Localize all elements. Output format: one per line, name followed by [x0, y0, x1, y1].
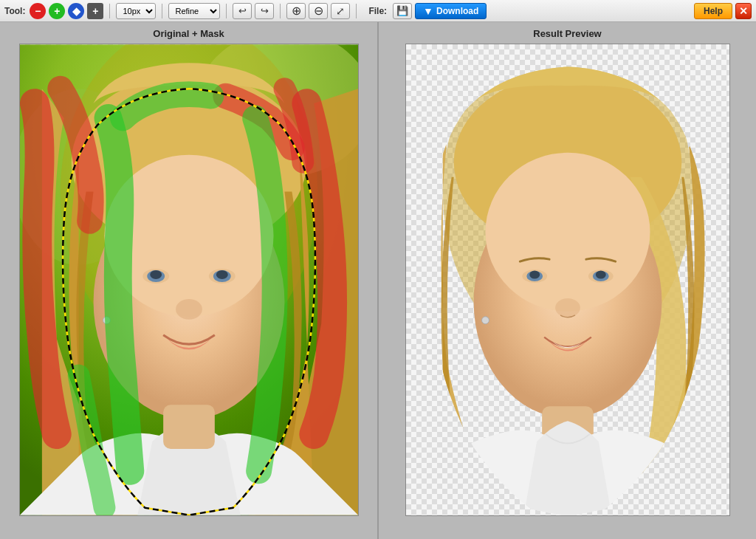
svg-point-28	[481, 317, 489, 324]
svg-rect-14	[163, 405, 215, 449]
left-panel: Original + Mask	[0, 22, 377, 539]
zoom-in-button[interactable]: ⊕	[286, 3, 306, 19]
separator-1	[109, 4, 110, 18]
svg-point-13	[176, 299, 202, 320]
download-button[interactable]: ▼ Download	[415, 3, 487, 19]
svg-point-24	[529, 271, 540, 279]
svg-point-19	[485, 153, 650, 312]
download-arrow-icon: ▼	[423, 5, 433, 17]
plus-icon: +	[54, 5, 60, 17]
download-label: Download	[436, 6, 478, 16]
zoom-in-icon: ⊕	[292, 4, 301, 18]
minus-icon: −	[35, 5, 41, 17]
separator-3	[226, 4, 227, 18]
result-preview-canvas[interactable]	[405, 44, 730, 516]
svg-point-12	[216, 270, 227, 279]
original-mask-canvas[interactable]	[19, 44, 359, 516]
brush-size-select[interactable]: 2px4px6px8px 10px14px20px30px	[116, 3, 156, 19]
right-panel: Result Preview	[379, 22, 756, 539]
fit-icon: ⤢	[336, 5, 345, 17]
diamond-icon: ◆	[72, 5, 80, 17]
right-panel-title: Result Preview	[533, 28, 602, 39]
left-panel-title: Original + Mask	[153, 28, 224, 39]
toolbar: Tool: − + ◆ + 2px4px6px8px 10px14px20px3…	[0, 0, 756, 22]
save-button[interactable]: 💾	[393, 3, 412, 19]
undo-icon: ↩	[238, 5, 247, 16]
zoom-out-button[interactable]: ⊖	[309, 3, 328, 19]
close-icon: ✕	[739, 5, 748, 17]
remove-tool-button[interactable]: −	[30, 3, 46, 19]
main-area: Original + Mask	[0, 22, 756, 539]
undo-button[interactable]: ↩	[233, 3, 252, 19]
redo-button[interactable]: ↪	[255, 3, 274, 19]
result-image	[406, 44, 729, 515]
svg-point-25	[595, 271, 605, 279]
zoom-out-icon: ⊖	[314, 4, 323, 18]
original-image	[20, 44, 358, 515]
help-button[interactable]: Help	[694, 3, 732, 19]
close-button[interactable]: ✕	[735, 3, 752, 19]
crosshair-tool-button[interactable]: +	[87, 3, 103, 19]
save-icon: 💾	[396, 5, 408, 16]
help-label: Help	[704, 6, 723, 16]
fit-button[interactable]: ⤢	[331, 3, 350, 19]
crosshair-icon: +	[92, 5, 98, 17]
file-label: File:	[368, 6, 387, 16]
separator-2	[162, 4, 162, 18]
svg-point-11	[150, 270, 162, 279]
path-tool-button[interactable]: ◆	[68, 3, 84, 19]
add-tool-button[interactable]: +	[49, 3, 65, 19]
redo-icon: ↪	[261, 5, 269, 16]
separator-4	[280, 4, 281, 18]
refine-select[interactable]: RefineEdge DetectSmart	[168, 3, 220, 19]
separator-5	[356, 4, 357, 18]
svg-point-26	[555, 298, 580, 317]
tool-label: Tool:	[4, 6, 25, 16]
